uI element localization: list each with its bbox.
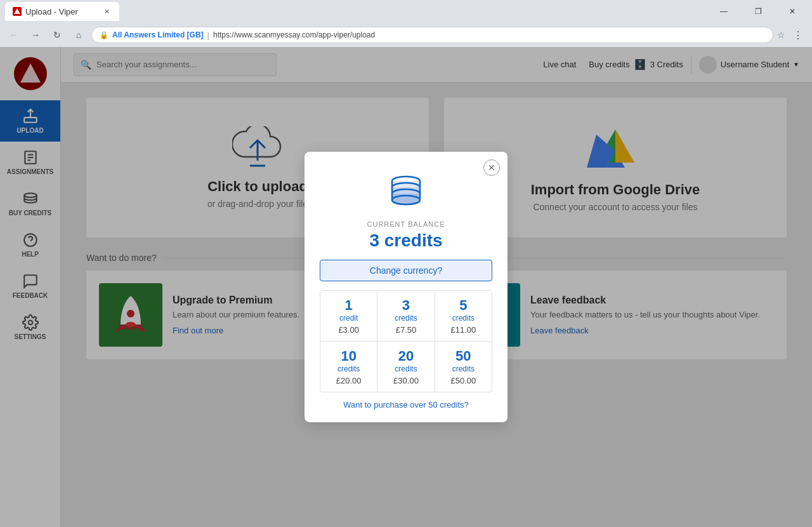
- site-label: All Answers Limited [GB]: [112, 30, 204, 39]
- restore-button[interactable]: ❐: [743, 3, 773, 20]
- credit-unit-3: credits: [381, 314, 430, 323]
- refresh-button[interactable]: ↻: [48, 26, 66, 44]
- buy-credits-modal: ✕ CURRENT BALANCE 3 credits Change curre…: [304, 152, 508, 422]
- credit-option-1[interactable]: 1 credit £3.00: [320, 291, 377, 341]
- lock-icon: 🔒: [100, 31, 108, 39]
- credit-unit-5: credits: [439, 314, 488, 323]
- credit-unit-10: credits: [324, 364, 373, 373]
- modal-balance-label: CURRENT BALANCE: [320, 220, 492, 228]
- credit-unit-1: credit: [324, 314, 373, 323]
- credit-price-3: £7.50: [381, 325, 430, 335]
- credit-unit-20: credits: [381, 364, 430, 373]
- tab-favicon: [13, 7, 22, 16]
- credit-option-50[interactable]: 50 credits £50.00: [435, 342, 492, 392]
- home-button[interactable]: ⌂: [70, 26, 88, 44]
- svg-point-33: [392, 196, 420, 204]
- modal-balance-value: 3 credits: [320, 230, 492, 251]
- credit-price-5: £11.00: [439, 325, 488, 335]
- db-stack-icon: [320, 170, 492, 214]
- tab-title: Upload - Viper: [25, 7, 78, 17]
- svg-marker-0: [14, 8, 20, 14]
- browser-menu-icon[interactable]: ⋮: [789, 29, 807, 41]
- credit-price-20: £30.00: [381, 376, 430, 385]
- credit-options-grid: 1 credit £3.00 3 credits £7.50 5 credits…: [320, 290, 492, 392]
- change-currency-button[interactable]: Change currency?: [320, 260, 492, 281]
- back-button[interactable]: ←: [5, 26, 23, 44]
- address-url: https://www.scanmyessay.com/app-viper/up…: [213, 30, 375, 39]
- credit-option-3[interactable]: 3 credits £7.50: [377, 291, 434, 341]
- modal-overlay: ✕ CURRENT BALANCE 3 credits Change curre…: [0, 47, 812, 527]
- credit-price-50: £50.00: [439, 376, 488, 385]
- credit-option-20[interactable]: 20 credits £30.00: [377, 342, 434, 392]
- address-bar[interactable]: 🔒 All Answers Limited [GB] | https://www…: [91, 27, 773, 43]
- address-separator: |: [207, 30, 209, 40]
- credit-option-10[interactable]: 10 credits £20.00: [320, 342, 377, 392]
- credit-amount-1: 1: [324, 297, 373, 314]
- credit-amount-10: 10: [324, 348, 373, 364]
- browser-tab[interactable]: Upload - Viper ✕: [5, 2, 119, 21]
- close-button[interactable]: ✕: [778, 3, 807, 20]
- tab-close-button[interactable]: ✕: [102, 6, 112, 17]
- credit-amount-3: 3: [381, 297, 430, 314]
- credit-price-10: £20.00: [324, 376, 373, 385]
- credit-amount-20: 20: [381, 348, 430, 364]
- credit-amount-50: 50: [439, 348, 488, 364]
- credit-price-1: £3.00: [324, 325, 373, 335]
- credit-amount-5: 5: [439, 297, 488, 314]
- credit-unit-50: credits: [439, 364, 488, 373]
- bookmark-icon[interactable]: ☆: [777, 30, 785, 40]
- credit-option-5[interactable]: 5 credits £11.00: [435, 291, 492, 341]
- bulk-purchase-link[interactable]: Want to purchase over 50 credits?: [320, 400, 492, 410]
- modal-close-button[interactable]: ✕: [483, 159, 500, 176]
- minimize-button[interactable]: —: [709, 3, 738, 20]
- forward-button[interactable]: →: [27, 26, 44, 44]
